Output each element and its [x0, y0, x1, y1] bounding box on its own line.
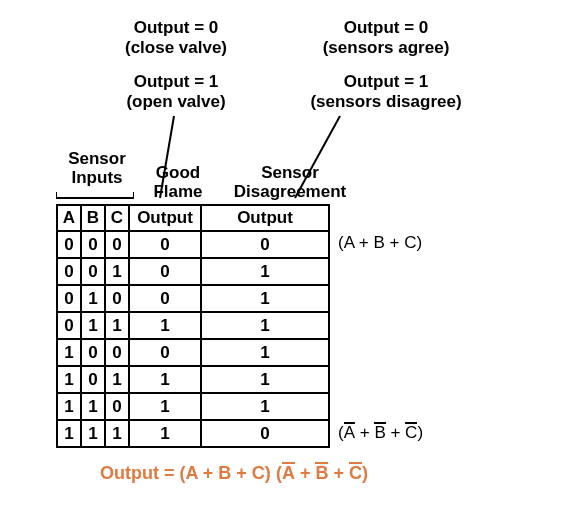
table-row: 11110: [57, 420, 329, 447]
eq-lhs: Output =: [100, 463, 180, 483]
colhead-line: Flame: [138, 183, 218, 202]
side-term-bot: (A + B + C): [338, 422, 423, 443]
cell-b: 1: [81, 420, 105, 447]
cell-out1: 1: [129, 393, 201, 420]
pos-term-text: (A + B + C): [338, 233, 422, 252]
table-row: 01001: [57, 285, 329, 312]
colhead-line: Sensor: [215, 164, 365, 183]
paren: ): [417, 423, 423, 442]
cell-out2: 1: [201, 312, 329, 339]
cell-c: 1: [105, 312, 129, 339]
cell-a: 0: [57, 258, 81, 285]
sep: +: [386, 423, 405, 442]
cell-b: 1: [81, 285, 105, 312]
cell-out1: 1: [129, 420, 201, 447]
anno-text: Output = 0: [286, 18, 486, 38]
page: Output = 0 (close valve) Output = 0 (sen…: [0, 0, 564, 513]
cell-c: 0: [105, 339, 129, 366]
cell-out1: 1: [129, 366, 201, 393]
anno-left-top: Output = 0 (close valve): [96, 18, 256, 57]
colhead-sensor-disagree: Sensor Disagreement: [215, 164, 365, 201]
anno-right-bot: Output = 1 (sensors disagree): [286, 72, 486, 111]
var-bbar: B: [374, 422, 385, 443]
cell-out1: 1: [129, 312, 201, 339]
colhead-good-flame: Good Flame: [138, 164, 218, 201]
colhead-line: Sensor: [52, 150, 142, 169]
table-body: 0000000101010010111110001101111101111110: [57, 231, 329, 447]
table-header-row: A B C Output Output: [57, 205, 329, 231]
colhead-line: Inputs: [52, 169, 142, 188]
cell-a: 0: [57, 312, 81, 339]
var-abar: A: [282, 462, 295, 484]
anno-text: (sensors disagree): [286, 92, 486, 112]
cell-a: 0: [57, 231, 81, 258]
cell-b: 0: [81, 231, 105, 258]
col-header-out1: Output: [129, 205, 201, 231]
cell-c: 0: [105, 231, 129, 258]
anno-text: Output = 1: [286, 72, 486, 92]
var-bbar: B: [315, 462, 328, 484]
anno-right-top: Output = 0 (sensors agree): [286, 18, 486, 57]
col-header-b: B: [81, 205, 105, 231]
anno-text: (close valve): [96, 38, 256, 58]
cell-out2: 1: [201, 339, 329, 366]
cell-out2: 0: [201, 420, 329, 447]
cell-b: 0: [81, 366, 105, 393]
paren: ): [362, 463, 368, 483]
cell-c: 0: [105, 393, 129, 420]
anno-text: Output = 1: [96, 72, 256, 92]
output-equation: Output = (A + B + C) (A + B + C): [100, 462, 368, 484]
colhead-line: Good: [138, 164, 218, 183]
cell-a: 1: [57, 339, 81, 366]
eq-group1: (A + B + C): [180, 463, 271, 483]
table-row: 10001: [57, 339, 329, 366]
col-header-a: A: [57, 205, 81, 231]
anno-left-bot: Output = 1 (open valve): [96, 72, 256, 111]
cell-out1: 0: [129, 258, 201, 285]
cell-out2: 0: [201, 231, 329, 258]
table-row: 10111: [57, 366, 329, 393]
colhead-line: Disagreement: [215, 183, 365, 202]
cell-out2: 1: [201, 366, 329, 393]
cell-b: 0: [81, 339, 105, 366]
cell-b: 1: [81, 312, 105, 339]
cell-c: 1: [105, 258, 129, 285]
table-row: 01111: [57, 312, 329, 339]
anno-text: (sensors agree): [286, 38, 486, 58]
side-term-top: (A + B + C): [338, 233, 422, 253]
cell-c: 1: [105, 366, 129, 393]
anno-text: (open valve): [96, 92, 256, 112]
cell-b: 0: [81, 258, 105, 285]
cell-out1: 0: [129, 339, 201, 366]
cell-c: 0: [105, 285, 129, 312]
col-header-out2: Output: [201, 205, 329, 231]
table-row: 11011: [57, 393, 329, 420]
cell-b: 1: [81, 393, 105, 420]
cell-a: 0: [57, 285, 81, 312]
var-abar: A: [344, 422, 355, 443]
cell-out2: 1: [201, 285, 329, 312]
table-row: 00101: [57, 258, 329, 285]
sensor-inputs-bracket: [56, 192, 134, 202]
truth-table: A B C Output Output 00000001010100101111…: [56, 204, 330, 448]
var-cbar: C: [349, 462, 362, 484]
cell-out1: 0: [129, 231, 201, 258]
cell-a: 1: [57, 366, 81, 393]
anno-text: Output = 0: [96, 18, 256, 38]
sep: +: [355, 423, 374, 442]
sep: +: [328, 463, 349, 483]
cell-out1: 0: [129, 285, 201, 312]
cell-a: 1: [57, 393, 81, 420]
sep: +: [295, 463, 316, 483]
cell-out2: 1: [201, 393, 329, 420]
colhead-sensor-inputs: Sensor Inputs: [52, 150, 142, 187]
col-header-c: C: [105, 205, 129, 231]
cell-a: 1: [57, 420, 81, 447]
cell-out2: 1: [201, 258, 329, 285]
table-row: 00000: [57, 231, 329, 258]
cell-c: 1: [105, 420, 129, 447]
var-cbar: C: [405, 422, 417, 443]
